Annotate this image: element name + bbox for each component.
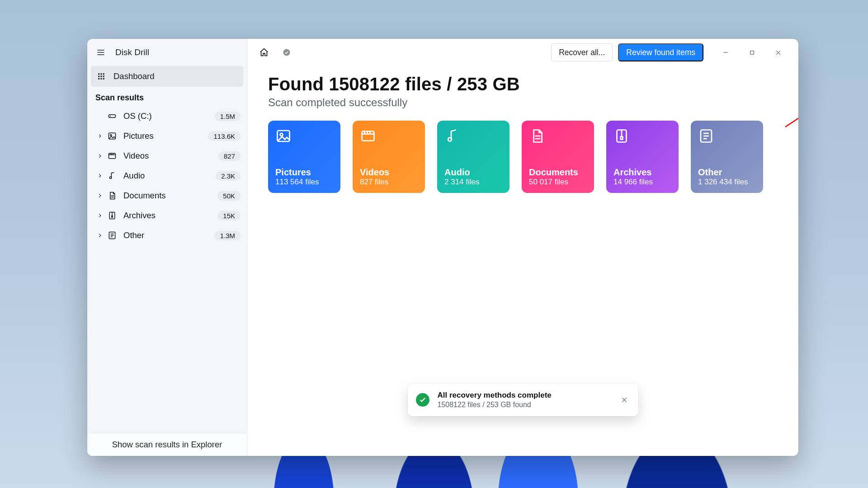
svg-rect-48	[621, 137, 623, 140]
tile-name: Documents	[529, 167, 587, 178]
tile-name: Pictures	[275, 167, 333, 178]
chevron-right-icon	[97, 153, 107, 159]
tree-row-label: Archives	[123, 211, 217, 221]
svg-point-43	[448, 138, 452, 141]
window-maximize-button[interactable]	[739, 43, 765, 61]
review-found-items-button[interactable]: Review found items	[618, 43, 703, 61]
tile-count: 2 314 files	[444, 178, 502, 187]
svg-rect-26	[112, 216, 113, 217]
topbar: Recover all... Review found items	[247, 39, 798, 66]
count-badge: 15K	[217, 211, 241, 221]
chevron-right-icon	[97, 193, 107, 198]
sidebar: Disk Drill Dashboard Scan results OS (C:…	[87, 39, 247, 456]
svg-rect-11	[103, 78, 104, 80]
drive-icon	[107, 112, 117, 121]
window-close-button[interactable]	[765, 43, 791, 61]
tile-videos[interactable]: Videos827 files	[353, 121, 425, 193]
documents-icon	[529, 128, 587, 144]
audio-icon	[444, 128, 502, 144]
count-badge: 827	[218, 151, 241, 161]
app-window: Disk Drill Dashboard Scan results OS (C:…	[87, 39, 798, 456]
topbar-actions: Recover all... Review found items	[551, 43, 703, 61]
headline-title: Found 1508122 files / 253 GB	[268, 74, 778, 94]
svg-rect-12	[109, 115, 116, 118]
other-icon	[107, 231, 117, 240]
svg-rect-16	[109, 153, 116, 159]
svg-rect-6	[98, 76, 99, 77]
svg-rect-7	[101, 76, 102, 77]
pictures-icon	[107, 131, 117, 141]
tile-count: 14 966 files	[613, 178, 671, 187]
tile-count: 113 564 files	[275, 178, 333, 187]
svg-point-13	[110, 116, 111, 117]
videos-icon	[360, 128, 418, 144]
tree-row-other[interactable]: Other1.3M	[91, 225, 243, 245]
tile-count: 827 files	[360, 178, 418, 187]
window-minimize-button[interactable]	[712, 43, 739, 61]
show-in-explorer-link[interactable]: Show scan results in Explorer	[87, 433, 247, 456]
count-badge: 2.3K	[216, 171, 241, 181]
recover-all-button[interactable]: Recover all...	[551, 43, 613, 61]
tree-row-pictures[interactable]: Pictures113.6K	[91, 126, 243, 146]
count-badge: 113.6K	[208, 131, 241, 141]
tile-documents[interactable]: Documents50 017 files	[522, 121, 594, 193]
svg-rect-4	[101, 73, 102, 75]
document-icon	[107, 191, 117, 200]
topbar-left	[257, 46, 293, 59]
main-area: Recover all... Review found items Found …	[247, 39, 798, 456]
tile-other[interactable]: Other1 326 434 files	[691, 121, 763, 193]
svg-point-37	[280, 133, 283, 136]
pictures-icon	[275, 128, 333, 144]
tile-audio[interactable]: Audio2 314 files	[437, 121, 509, 193]
chevron-right-icon	[97, 133, 107, 139]
check-badge-icon[interactable]	[280, 46, 293, 59]
check-circle-icon	[416, 393, 429, 407]
audio-icon	[107, 171, 117, 180]
count-badge: 1.5M	[215, 112, 241, 121]
tree-row-audio[interactable]: Audio2.3K	[91, 166, 243, 186]
archive-icon	[107, 211, 117, 220]
tree-row-videos[interactable]: Videos827	[91, 146, 243, 166]
completion-toast: All recovery methods complete 1508122 fi…	[408, 384, 638, 416]
home-icon[interactable]	[257, 46, 271, 59]
scan-results-tree: OS (C:)1.5MPictures113.6KVideos827Audio2…	[87, 105, 247, 249]
toast-text: All recovery methods complete 1508122 fi…	[438, 391, 618, 409]
headline: Found 1508122 files / 253 GB Scan comple…	[247, 66, 798, 117]
tile-pictures[interactable]: Pictures113 564 files	[268, 121, 340, 193]
count-badge: 1.3M	[215, 231, 241, 240]
toast-close-button[interactable]	[618, 394, 630, 406]
tile-archives[interactable]: Archives14 966 files	[606, 121, 679, 193]
grid-icon	[97, 72, 105, 80]
tree-row-label: OS (C:)	[123, 111, 215, 121]
tree-row-label: Videos	[123, 151, 218, 161]
sidebar-nav: Dashboard	[87, 66, 247, 87]
window-controls	[712, 43, 791, 61]
tree-row-label: Audio	[123, 171, 216, 181]
tile-count: 50 017 files	[529, 178, 587, 187]
chevron-right-icon	[97, 173, 107, 178]
toast-title: All recovery methods complete	[438, 391, 618, 400]
svg-rect-38	[362, 131, 374, 141]
tree-row-label: Documents	[123, 191, 217, 201]
nav-dashboard[interactable]: Dashboard	[91, 66, 243, 87]
videos-icon	[107, 151, 117, 160]
svg-rect-33	[750, 51, 754, 54]
tile-name: Archives	[613, 167, 671, 178]
hamburger-icon[interactable]	[93, 44, 109, 61]
tile-name: Other	[698, 167, 756, 178]
sidebar-footer: Show scan results in Explorer	[87, 433, 247, 456]
tile-count: 1 326 434 files	[698, 178, 756, 187]
tree-row-drive[interactable]: OS (C:)1.5M	[91, 106, 243, 126]
app-title: Disk Drill	[115, 47, 149, 57]
svg-rect-9	[98, 78, 99, 80]
sidebar-section-title: Scan results	[87, 87, 247, 105]
tree-row-document[interactable]: Documents50K	[91, 186, 243, 206]
tree-row-label: Other	[123, 230, 215, 240]
nav-dashboard-label: Dashboard	[113, 71, 155, 81]
chevron-right-icon	[97, 233, 107, 238]
tree-row-archive[interactable]: Archives15K	[91, 206, 243, 225]
svg-point-21	[110, 177, 112, 178]
tree-row-label: Pictures	[123, 131, 208, 141]
svg-rect-10	[101, 78, 102, 80]
svg-rect-8	[103, 76, 104, 77]
